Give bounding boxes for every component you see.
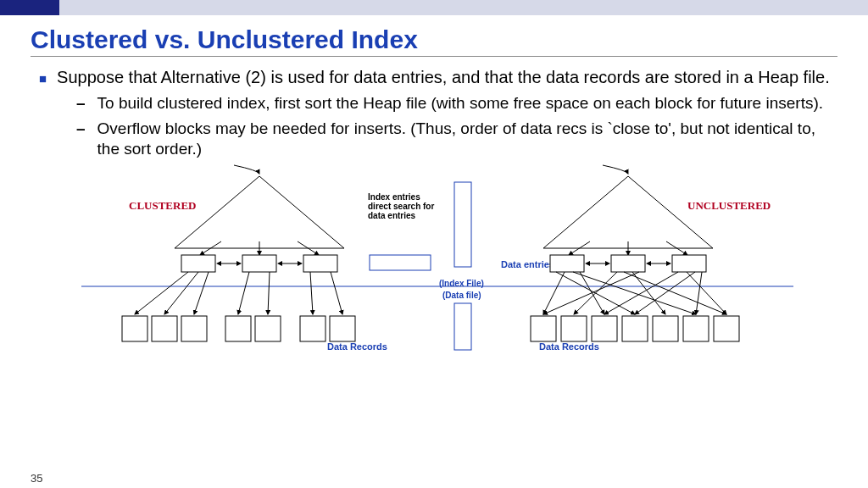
svg-rect-38 [653,316,678,341]
svg-rect-34 [531,316,556,341]
svg-rect-16 [255,316,281,341]
svg-rect-31 [672,255,706,272]
svg-rect-1 [454,303,471,350]
svg-rect-14 [181,316,207,341]
top-bar-accent [0,0,59,15]
svg-rect-7 [181,255,215,272]
svg-line-20 [164,272,198,314]
svg-line-50 [687,272,726,314]
bullet1-text: Suppose that Alternative (2) is used for… [57,67,830,88]
svg-rect-17 [300,316,326,341]
svg-line-51 [635,272,695,314]
svg-line-24 [310,272,313,314]
svg-rect-35 [561,316,587,341]
bullet2a-text: To build clustered index, first sort the… [97,93,823,114]
svg-rect-3 [370,255,431,270]
slide-number: 35 [31,472,42,485]
slide-title: Clustered vs. Unclustered Index [31,25,837,57]
top-bar [0,0,868,15]
svg-rect-15 [225,316,251,341]
svg-line-42 [543,272,565,314]
svg-rect-29 [550,255,584,272]
svg-rect-12 [122,316,147,341]
svg-line-22 [238,272,249,314]
bullet-level1: ■ Suppose that Alternative (2) is used f… [39,67,837,88]
svg-line-45 [574,272,617,314]
svg-line-23 [268,272,270,314]
svg-line-46 [624,272,726,314]
bullet-level2: – Overflow blocks may be needed for inse… [76,119,837,159]
svg-rect-40 [714,316,739,341]
bullet-level2: – To build clustered index, first sort t… [76,93,837,114]
svg-rect-39 [683,316,709,341]
svg-line-19 [135,272,188,314]
svg-line-47 [632,272,665,314]
svg-rect-36 [592,316,617,341]
svg-rect-18 [330,316,355,341]
index-diagram: CLUSTERED UNCLUSTERED Index entries dire… [31,164,844,367]
svg-line-21 [194,272,209,314]
bullet-dash-icon: – [76,119,86,159]
svg-line-25 [331,272,342,314]
diagram-svg [31,164,844,367]
svg-rect-37 [622,316,648,341]
svg-rect-0 [454,182,471,267]
svg-line-49 [604,272,678,314]
svg-rect-13 [152,316,177,341]
svg-rect-9 [303,255,337,272]
bullet-dash-icon: – [76,93,86,114]
svg-line-52 [696,272,702,314]
svg-rect-30 [611,255,645,272]
bullet-square-icon: ■ [39,71,47,88]
svg-rect-8 [242,255,276,272]
bullet2b-text: Overflow blocks may be needed for insert… [97,119,837,159]
